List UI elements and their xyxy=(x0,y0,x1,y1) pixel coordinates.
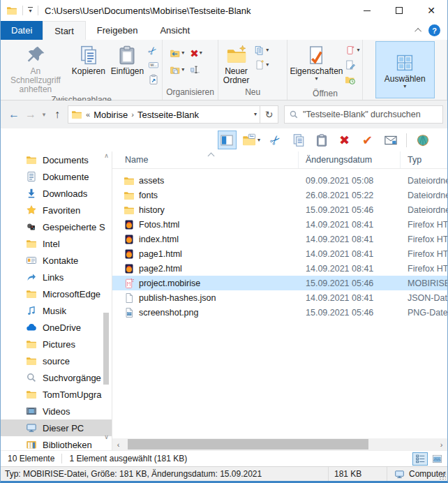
select-icon xyxy=(394,52,415,73)
sidebar-item-pictures[interactable]: Pictures xyxy=(1,336,112,352)
breadcrumb-mobirise[interactable]: Mobirise xyxy=(94,110,128,120)
sidebar-item-gespeicherte-s[interactable]: Gespeicherte S xyxy=(1,218,112,235)
tab-datei[interactable]: Datei xyxy=(1,21,43,40)
file-row-assets[interactable]: assets09.09.2021 05:08Dateiordner xyxy=(112,173,447,188)
libraries-icon xyxy=(26,439,37,450)
saved-games-icon xyxy=(26,221,37,232)
scroll-up-icon[interactable]: ∧ xyxy=(103,153,110,159)
tab-ansicht[interactable]: Ansicht xyxy=(149,21,201,40)
sidebar-item-links[interactable]: Links xyxy=(1,269,112,285)
move-to-button[interactable]: ▾ xyxy=(170,47,184,59)
forward-button[interactable]: → xyxy=(23,108,38,121)
file-row-page2-html[interactable]: page2.html14.09.2021 08:41Firefox HTML D… xyxy=(112,261,447,276)
delete-button[interactable]: ✖ xyxy=(335,131,354,149)
mail-button[interactable] xyxy=(381,131,400,149)
sidebar-item-favoriten[interactable]: Favoriten xyxy=(1,202,112,218)
resize-grip[interactable] xyxy=(439,473,446,480)
cut-button[interactable]: ✂ xyxy=(266,131,285,149)
tab-start[interactable]: Start xyxy=(43,21,85,40)
ribbon-group-label: Organisieren xyxy=(163,87,218,100)
scroll-left-icon[interactable]: ‹ xyxy=(112,438,124,450)
close-button[interactable]: ✕ xyxy=(415,0,447,21)
copy-path-button[interactable]: W... xyxy=(148,59,159,71)
easy-access-icon xyxy=(254,45,265,56)
open-button[interactable]: ▾ xyxy=(345,44,359,57)
file-row-index-html[interactable]: index.html14.09.2021 08:41Firefox HTML D… xyxy=(112,232,447,246)
file-row-history[interactable]: history15.09.2021 05:46Dateiordner xyxy=(112,202,447,217)
back-button[interactable]: ← xyxy=(6,108,22,121)
minimize-button[interactable] xyxy=(351,0,383,21)
hscrollbar-thumb[interactable] xyxy=(128,439,368,449)
up-button[interactable]: ↑ xyxy=(50,108,65,121)
help-icon[interactable]: ? xyxy=(428,24,440,36)
sidebar-item-dieser-pc[interactable]: Dieser PC xyxy=(1,419,112,436)
scrollbar-thumb[interactable] xyxy=(103,313,109,385)
rename-icon xyxy=(190,64,201,75)
edit-icon xyxy=(345,59,356,70)
file-row-fotos-html[interactable]: Fotos.html14.09.2021 08:41Firefox HTML D… xyxy=(112,217,447,232)
sidebar-item-kontakte[interactable]: Kontakte xyxy=(1,252,112,269)
file-row-fonts[interactable]: fonts26.08.2021 05:22Dateiordner xyxy=(112,188,447,202)
rename-button[interactable] xyxy=(190,64,202,76)
nav-pane-button[interactable] xyxy=(218,131,237,149)
sidebar-item-tomtomupgra[interactable]: TomTomUpgra xyxy=(1,386,112,403)
star-icon xyxy=(26,205,37,216)
file-row-page1-html[interactable]: page1.html14.09.2021 08:41Firefox HTML D… xyxy=(112,246,447,261)
sidebar-scrollbar[interactable]: ∧ ∨ xyxy=(102,151,111,450)
sidebar-item-bibliotheken[interactable]: Bibliotheken xyxy=(1,436,112,450)
details-view-button[interactable] xyxy=(412,452,428,466)
sidebar-item-onedrive[interactable]: OneDrive xyxy=(1,319,112,336)
select-button[interactable]: Auswählen▾ xyxy=(375,41,435,98)
ribbon-group-label: Neu xyxy=(218,87,288,100)
new-item-button[interactable]: ▾ xyxy=(254,59,269,71)
breadcrumb-testseite-blank[interactable]: Testseite-Blank xyxy=(137,110,199,120)
search-input[interactable] xyxy=(303,110,438,119)
paste-small-button[interactable] xyxy=(312,131,331,149)
properties-button[interactable]: Eigenschaften▾ xyxy=(289,41,343,82)
shell-button[interactable] xyxy=(413,131,432,149)
sidebar-item-musik[interactable]: Musik xyxy=(1,302,112,319)
scroll-down-icon[interactable]: ∨ xyxy=(103,434,110,440)
refresh-button[interactable]: ↻ xyxy=(260,105,278,124)
paste-shortcut-icon xyxy=(148,74,159,85)
sidebar-item-source[interactable]: source xyxy=(1,352,112,369)
file-row-publish-hashes-json[interactable]: publish-hashes.json14.09.2021 08:41JSON-… xyxy=(112,290,447,305)
column-header-date[interactable]: Änderungsdatum xyxy=(299,151,401,168)
thumbnails-view-button[interactable] xyxy=(429,452,445,466)
copy-small-button[interactable] xyxy=(289,131,308,149)
quick-access-dropdown[interactable]: ▾ xyxy=(28,7,33,14)
edit-button[interactable] xyxy=(345,59,359,71)
recent-locations-icon[interactable]: ▾ xyxy=(40,111,48,118)
sidebar-item-downloads[interactable]: Downloads xyxy=(1,185,112,202)
new-folder-button[interactable]: Neuer Ordner xyxy=(220,41,253,86)
sidebar-item-microsoftedge[interactable]: MicrosoftEdge xyxy=(1,285,112,302)
folder-icon xyxy=(26,154,37,165)
check-button[interactable]: ✔ xyxy=(358,131,377,149)
delete-button[interactable]: ✖▾ xyxy=(190,47,202,59)
address-dropdown-icon[interactable]: ▾ xyxy=(254,112,257,117)
tab-freigeben[interactable]: Freigeben xyxy=(86,21,149,40)
sidebar-item-documents[interactable]: Documents xyxy=(1,151,112,168)
easy-access-button[interactable]: ▾ xyxy=(254,44,269,57)
sidebar-item-dokumente[interactable]: Dokumente xyxy=(1,168,112,185)
collapse-ribbon-icon[interactable] xyxy=(415,28,421,35)
cut-button[interactable]: ✂ xyxy=(148,44,159,57)
paste-shortcut-button[interactable] xyxy=(148,73,159,86)
column-header-type[interactable]: Typ xyxy=(401,151,447,168)
folder-options-button[interactable]: ▾ xyxy=(241,131,262,149)
copy-button[interactable]: Kopieren xyxy=(69,41,108,77)
history-button[interactable] xyxy=(345,73,359,86)
paste-button[interactable]: Einfügen xyxy=(108,41,147,77)
address-bar[interactable]: « Mobirise › Testseite-Blank ▾ xyxy=(68,105,260,124)
sidebar-item-videos[interactable]: Videos xyxy=(1,403,112,419)
column-header-name[interactable]: Name xyxy=(112,151,299,168)
horizontal-scrollbar[interactable]: ‹ › xyxy=(112,438,447,450)
copy-to-button[interactable]: ▾ xyxy=(170,64,184,76)
maximize-button[interactable] xyxy=(383,0,415,21)
scroll-right-icon[interactable]: › xyxy=(435,438,447,450)
pin-button[interactable]: An Schnellzugriff anheften xyxy=(2,41,69,95)
sidebar-item-suchvorg-nge[interactable]: Suchvorgänge xyxy=(1,369,112,386)
file-row-project-mobirise[interactable]: project.mobirise15.09.2021 05:46MOBIRISE… xyxy=(112,276,447,290)
file-row-screenshot-png[interactable]: screenshot.png15.09.2021 05:46PNG-Datei xyxy=(112,305,447,320)
sidebar-item-intel[interactable]: Intel xyxy=(1,235,112,252)
